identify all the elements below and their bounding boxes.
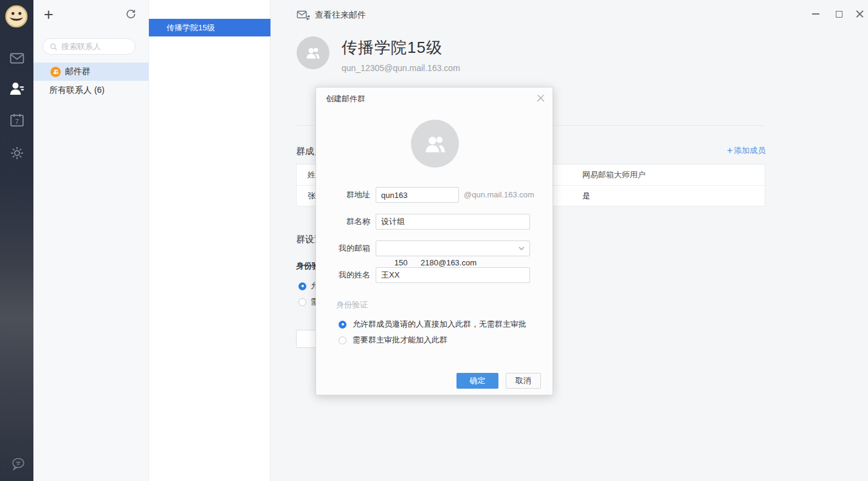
sidebar-item-mail-groups[interactable]: 邮件群	[33, 63, 149, 81]
col-header-master-user: 网易邮箱大师用户	[582, 169, 646, 180]
minimize-button[interactable]	[810, 9, 822, 19]
group-list-item-selected[interactable]: 传播学院15级	[149, 19, 270, 36]
feedback-chat-icon[interactable]	[9, 454, 27, 472]
group-address: qun_12305@qun.mail.163.com	[342, 63, 460, 73]
refresh-icon[interactable]	[125, 8, 137, 20]
app-sidebar: 7	[0, 0, 33, 481]
my-name-input[interactable]	[376, 267, 530, 283]
radio-selected-icon	[298, 282, 306, 290]
maximize-button[interactable]	[833, 9, 845, 19]
sidebar-item-label: 所有联系人 (6)	[49, 85, 105, 96]
dialog-radio-option-2[interactable]: 需要群主审批才能加入此群	[339, 335, 447, 346]
chevron-down-icon	[518, 247, 525, 250]
dialog-radio-option-1[interactable]: 允许群成员邀请的人直接加入此群，无需群主审批	[339, 319, 526, 330]
minimize-icon	[812, 13, 819, 15]
group-address-suffix: @qun.mail.163.com	[464, 187, 534, 203]
mail-exchange-icon	[297, 10, 310, 21]
view-correspondence-link[interactable]: 查看往来邮件	[297, 9, 366, 21]
group-people-icon	[304, 44, 322, 62]
plus-icon: +	[727, 145, 732, 156]
field-label-group-address: 群地址	[316, 187, 370, 203]
close-icon	[856, 10, 864, 18]
add-member-button[interactable]: + 添加成员	[727, 145, 765, 156]
contacts-icon[interactable]	[8, 80, 26, 98]
add-member-label: 添加成员	[734, 145, 765, 156]
view-correspondence-label: 查看往来邮件	[315, 10, 366, 21]
group-list-panel	[149, 0, 270, 481]
mail-icon[interactable]	[8, 49, 26, 67]
create-mail-group-dialog: 创建邮件群 群地址 @qun.mail.163.com 群名称 我的邮箱 150…	[315, 87, 553, 395]
my-email-value: 150 2180@163.com	[394, 258, 477, 267]
confirm-button[interactable]: 确定	[456, 373, 498, 389]
settings-gear-icon[interactable]	[8, 144, 26, 162]
field-label-my-email: 我的邮箱	[316, 241, 370, 256]
radio-unselected-icon	[298, 298, 306, 306]
dialog-close-icon[interactable]	[536, 94, 545, 103]
search-input[interactable]	[61, 42, 128, 51]
dialog-title: 创建邮件群	[326, 94, 365, 104]
group-name-input[interactable]	[376, 214, 530, 230]
field-label-group-name: 群名称	[316, 214, 370, 230]
radio-unselected-icon	[339, 336, 346, 344]
group-orange-icon	[50, 67, 61, 77]
dialog-group-avatar	[411, 120, 459, 168]
page-title: 传播学院15级	[342, 37, 443, 58]
add-contact-button[interactable]: +	[44, 5, 53, 24]
group-avatar	[297, 36, 329, 69]
my-email-select[interactable]: 150 2180@163.com	[376, 241, 530, 256]
svg-text:7: 7	[15, 118, 19, 125]
member-is-master: 是	[582, 191, 590, 202]
group-address-input[interactable]	[376, 187, 459, 203]
group-people-icon	[422, 131, 449, 157]
maximize-icon	[836, 11, 842, 18]
close-window-button[interactable]	[853, 9, 866, 19]
sidebar-item-label: 邮件群	[65, 66, 91, 77]
dialog-option-label: 允许群成员邀请的人直接加入此群，无需群主审批	[353, 319, 526, 330]
dialog-option-label: 需要群主审批才能加入此群	[353, 335, 447, 346]
member-name: 张	[308, 191, 315, 202]
sidebar-item-all-contacts[interactable]: 所有联系人 (6)	[33, 81, 149, 100]
field-label-my-name: 我的姓名	[316, 267, 370, 283]
cancel-button[interactable]: 取消	[506, 373, 541, 389]
dialog-identity-label: 身份验证	[336, 299, 368, 310]
search-box[interactable]	[43, 38, 136, 55]
search-icon	[49, 43, 58, 51]
calendar-icon[interactable]: 7	[8, 111, 26, 129]
radio-selected-icon	[339, 321, 346, 329]
app-logo-icon[interactable]	[5, 5, 28, 28]
